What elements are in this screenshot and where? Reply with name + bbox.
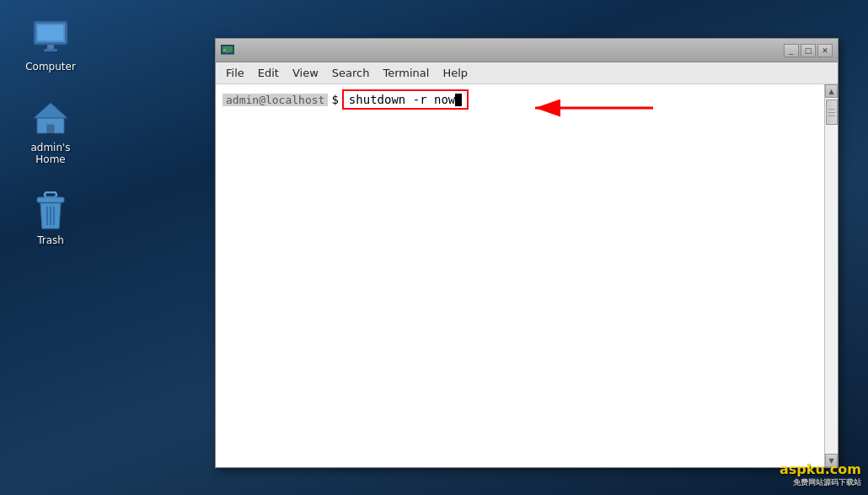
grip-line-3 [828, 116, 835, 116]
minimize-button[interactable]: _ [784, 44, 799, 57]
computer-icon-item[interactable]: Computer [17, 17, 84, 73]
home-icon-item[interactable]: admin's Home [17, 98, 84, 165]
terminal-window: >_ _ □ ✕ File Edit View Search Terminal … [215, 38, 839, 468]
title-bar: >_ _ □ ✕ [216, 39, 838, 62]
cursor [455, 94, 462, 106]
prompt-host: admin@localhost [222, 94, 328, 106]
desktop: Computer admin's Home [0, 0, 868, 495]
command-text: shutdown -r now [349, 93, 455, 106]
menu-view[interactable]: View [286, 65, 325, 81]
command-highlight-box: shutdown -r now [342, 89, 469, 110]
trash-icon-item[interactable]: Trash [17, 191, 84, 246]
svg-rect-3 [44, 49, 57, 51]
menu-file[interactable]: File [219, 65, 251, 81]
trash-label: Trash [37, 234, 64, 246]
computer-label: Computer [25, 61, 76, 73]
menu-help[interactable]: Help [436, 65, 474, 81]
svg-rect-9 [37, 197, 64, 202]
title-bar-left: >_ [221, 45, 234, 56]
menu-bar: File Edit View Search Terminal Help [216, 62, 838, 84]
home-label: admin's Home [17, 142, 84, 165]
svg-rect-6 [47, 125, 54, 133]
terminal-title-icon: >_ [221, 45, 234, 56]
maximize-button[interactable]: □ [801, 44, 816, 57]
desktop-icon-list: Computer admin's Home [17, 17, 84, 246]
grip-line-1 [828, 109, 835, 110]
scrollbar-up-button[interactable]: ▲ [825, 84, 838, 98]
svg-text:>_: >_ [223, 47, 229, 53]
computer-icon [30, 17, 71, 57]
scrollbar-grip [828, 109, 835, 116]
svg-rect-2 [47, 45, 54, 49]
scrollbar-thumb[interactable] [826, 100, 838, 125]
menu-search[interactable]: Search [325, 65, 377, 81]
scrollbar[interactable]: ▲ ▼ [824, 84, 838, 467]
grip-line-2 [828, 112, 835, 113]
trash-icon [30, 191, 71, 231]
svg-rect-8 [45, 192, 56, 197]
menu-terminal[interactable]: Terminal [376, 65, 436, 81]
title-bar-buttons: _ □ ✕ [784, 44, 833, 57]
terminal-content: admin@localhost $ shutdown -r now ▲ [216, 84, 838, 467]
home-icon [30, 98, 71, 138]
scrollbar-track[interactable] [825, 98, 838, 454]
svg-marker-7 [34, 103, 67, 118]
watermark: aspku.com 免费网站源码下载站 [780, 461, 861, 488]
watermark-site: aspku.com [780, 461, 861, 477]
prompt-symbol: $ [331, 93, 338, 106]
command-line: admin@localhost $ shutdown -r now [222, 89, 817, 110]
close-button[interactable]: ✕ [817, 44, 833, 57]
watermark-sub: 免费网站源码下载站 [780, 477, 861, 488]
terminal-text-area[interactable]: admin@localhost $ shutdown -r now [216, 84, 824, 467]
svg-rect-4 [38, 25, 63, 40]
menu-edit[interactable]: Edit [251, 65, 286, 81]
